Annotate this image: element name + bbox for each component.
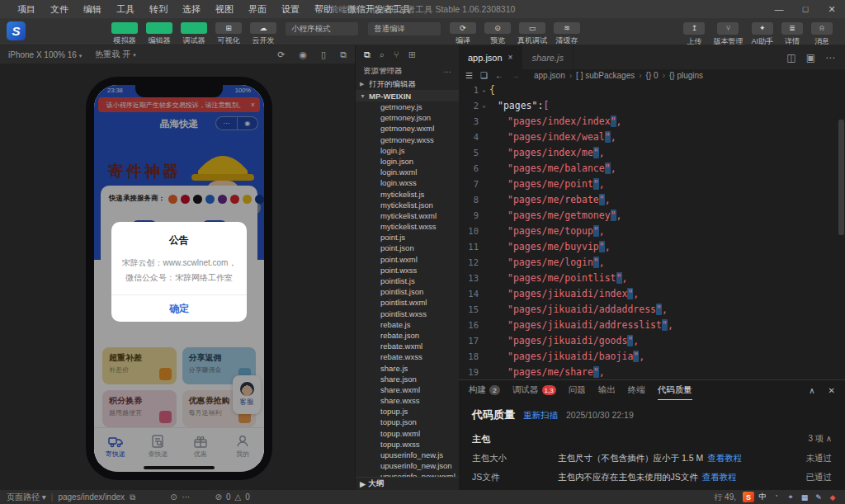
nav-back-icon[interactable]: ← bbox=[495, 71, 503, 80]
code-area[interactable]: 1 ⌄ { 2 ⌄ "pages": [ 3 "pages/index/inde… bbox=[459, 82, 845, 379]
view-toggle-button[interactable]: 模拟器 bbox=[107, 18, 142, 46]
device-selector[interactable]: iPhone X 100% 16▾ bbox=[8, 50, 82, 59]
files-panel-icon[interactable]: ⧉ bbox=[364, 49, 371, 60]
menu-item[interactable]: 选择 bbox=[175, 0, 208, 18]
file-item[interactable]: point.wxml bbox=[356, 254, 459, 265]
file-item[interactable]: mytickelist.js bbox=[356, 189, 459, 200]
file-item[interactable]: point.wxss bbox=[356, 265, 459, 276]
menu-item[interactable]: 界面 bbox=[241, 0, 274, 18]
fold-icon[interactable]: ⌄ bbox=[479, 86, 489, 93]
maximize-icon[interactable]: □ bbox=[792, 0, 819, 18]
page-path-selector[interactable]: 页面路径 ▾ bbox=[7, 492, 46, 503]
menu-item[interactable]: 文件 bbox=[43, 0, 76, 18]
menu-item[interactable]: 转到 bbox=[142, 0, 175, 18]
panel-tab[interactable]: 问题 bbox=[569, 380, 586, 400]
file-item[interactable]: topup.js bbox=[356, 406, 459, 417]
tutorial-link[interactable]: 查看教程 bbox=[702, 472, 737, 482]
toolbar-action-button[interactable]: ⊙ 预览 bbox=[480, 18, 515, 46]
file-item[interactable]: topup.wxss bbox=[356, 439, 459, 450]
details-button[interactable]: ≣ 详情 bbox=[777, 18, 807, 47]
menu-item[interactable]: 视图 bbox=[208, 0, 241, 18]
file-item[interactable]: point.js bbox=[356, 232, 459, 243]
ime-icon[interactable]: 中 bbox=[757, 492, 768, 502]
view-toggle-button[interactable]: 调试器 bbox=[177, 18, 211, 46]
ime-icon[interactable]: ▦ bbox=[799, 492, 810, 502]
extensions-icon[interactable]: ⊞ bbox=[408, 49, 416, 60]
tab-close-icon[interactable]: × bbox=[508, 53, 513, 62]
close-icon[interactable]: ✕ bbox=[819, 0, 845, 18]
watch-icon[interactable]: ⊙ bbox=[170, 492, 177, 502]
panel-tab[interactable]: 调试器 1,3 bbox=[512, 380, 556, 400]
menu-item[interactable]: 编辑 bbox=[76, 0, 109, 18]
editor-scrollbar[interactable] bbox=[838, 118, 845, 379]
editor-layout-icon[interactable]: ▣ bbox=[806, 52, 815, 64]
file-item[interactable]: pointlist.json bbox=[356, 286, 459, 297]
outline-section[interactable]: ▶ 大纲 bbox=[356, 477, 459, 490]
file-item[interactable]: pointlist.wxss bbox=[356, 309, 459, 319]
file-item[interactable]: mytickelist.wxss bbox=[356, 221, 459, 232]
minimize-icon[interactable]: — bbox=[766, 0, 792, 18]
tab-app-json[interactable]: app.json × bbox=[459, 45, 522, 69]
cursor-position[interactable]: 行 49, bbox=[714, 492, 736, 503]
breadcrumb-item[interactable]: {} plugins bbox=[669, 71, 711, 80]
file-item[interactable]: mytickelist.json bbox=[356, 200, 459, 210]
file-item[interactable]: login.json bbox=[356, 156, 459, 167]
panel-close-icon[interactable]: ✕ bbox=[828, 386, 835, 395]
breadcrumb-item[interactable]: {} 0 bbox=[646, 71, 669, 80]
upload-button[interactable]: ↥ 上传 bbox=[679, 18, 709, 47]
copy-icon[interactable]: ⧉ bbox=[130, 492, 135, 502]
breadcrumb-item[interactable]: app.json bbox=[534, 71, 576, 80]
messages-button[interactable]: ⍾ 消息 bbox=[807, 18, 837, 47]
hot-reload-selector[interactable]: 热重载 开▾ bbox=[95, 49, 135, 60]
split-editor-icon[interactable]: ◫ bbox=[786, 52, 795, 64]
file-item[interactable]: share.wxss bbox=[356, 395, 459, 406]
file-item[interactable]: getmoney.json bbox=[356, 112, 459, 123]
compile-dropdown[interactable]: 普通编译 bbox=[368, 22, 441, 35]
tab-share-js[interactable]: share.js bbox=[522, 45, 574, 69]
outline-list-icon[interactable]: ☰ bbox=[465, 71, 473, 80]
menu-item[interactable]: 工具 bbox=[109, 0, 142, 18]
ime-icon[interactable]: ' bbox=[771, 492, 782, 502]
panel-tab[interactable]: 输出 bbox=[598, 380, 616, 400]
menu-item[interactable]: 设置 bbox=[274, 0, 307, 18]
bookmark-icon[interactable]: ❏ bbox=[480, 71, 488, 80]
file-item[interactable]: rebate.js bbox=[356, 319, 459, 330]
file-item[interactable]: upuserinfo_new.json bbox=[356, 460, 459, 471]
visual-tool-button[interactable]: ⊞ 可视化 bbox=[211, 18, 246, 46]
panel-tab[interactable]: 终端 bbox=[628, 380, 645, 400]
cloud-dev-button[interactable]: ☁ 云开发 bbox=[246, 18, 281, 46]
file-item[interactable]: topup.wxml bbox=[356, 428, 459, 439]
file-item[interactable]: topup.json bbox=[356, 417, 459, 427]
file-item[interactable]: pointlist.js bbox=[356, 276, 459, 286]
nav-forward-icon[interactable]: → bbox=[511, 71, 519, 80]
toolbar-action-button[interactable]: ▭ 真机调试 bbox=[515, 18, 550, 46]
search-icon[interactable]: ⌕ bbox=[380, 49, 385, 60]
statusbar-more-icon[interactable]: ⋯ bbox=[182, 492, 191, 502]
toolbar-action-button[interactable]: ≋ 清缓存 bbox=[550, 18, 584, 46]
git-branch-icon[interactable]: ⑂ bbox=[394, 49, 399, 59]
open-editors-section[interactable]: ▶ 打开的编辑器 bbox=[356, 78, 459, 90]
ime-icon[interactable]: ◆ bbox=[827, 492, 838, 502]
file-item[interactable]: getmoney.js bbox=[356, 101, 459, 112]
ime-icon[interactable]: ✎ bbox=[813, 492, 824, 502]
file-item[interactable]: getmoney.wxss bbox=[356, 134, 459, 145]
file-item[interactable]: share.wxml bbox=[356, 384, 459, 395]
panel-collapse-icon[interactable]: ∧ bbox=[809, 386, 814, 395]
file-item[interactable]: pointlist.wxml bbox=[356, 297, 459, 308]
file-item[interactable]: rebate.wxml bbox=[356, 341, 459, 351]
file-item[interactable]: rebate.json bbox=[356, 330, 459, 341]
editor-more-icon[interactable]: ⋯ bbox=[825, 52, 835, 64]
panel-tab[interactable]: 代码质量 bbox=[658, 380, 692, 400]
version-control-button[interactable]: ⑂ 版本管理 bbox=[709, 18, 747, 47]
more-actions-icon[interactable]: ⋯ bbox=[444, 67, 452, 76]
modal-confirm-button[interactable]: 确定 bbox=[111, 294, 247, 322]
tutorial-link[interactable]: 查看教程 bbox=[707, 453, 742, 463]
multi-window-icon[interactable]: ⧉ bbox=[340, 49, 347, 60]
ime-icon[interactable]: S bbox=[743, 492, 754, 502]
section-count[interactable]: 3 项 ∧ bbox=[809, 433, 832, 445]
breadcrumb-item[interactable]: [ ] subPackages bbox=[576, 71, 646, 80]
record-icon[interactable]: ◉ bbox=[299, 49, 307, 60]
menu-item[interactable]: 微信开发者工具 bbox=[340, 0, 418, 18]
file-item[interactable]: share.js bbox=[356, 363, 459, 374]
toolbar-action-button[interactable]: ⟳ 编译 bbox=[446, 18, 480, 46]
